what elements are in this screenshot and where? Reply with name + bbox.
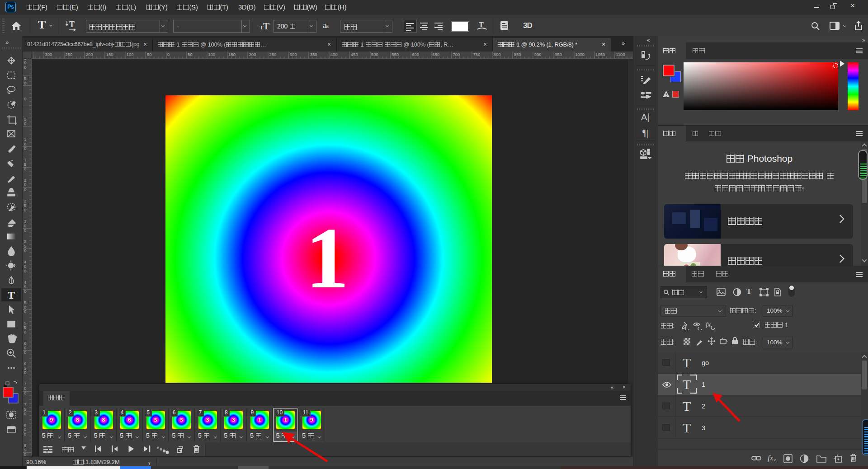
svg-text:T: T: [69, 20, 75, 29]
svg-text:T: T: [479, 21, 484, 28]
svg-text:T: T: [8, 289, 15, 301]
svg-text:T: T: [263, 21, 269, 31]
